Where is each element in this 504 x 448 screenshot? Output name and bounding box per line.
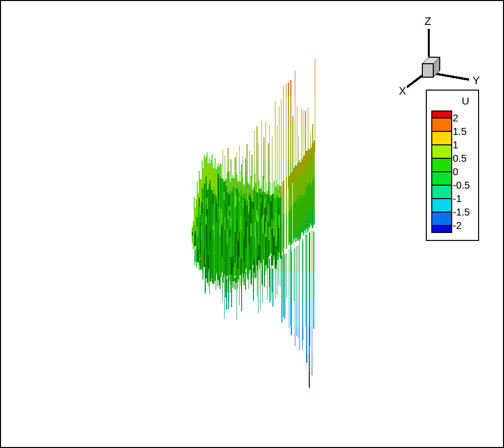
legend-color-swatch bbox=[432, 159, 451, 172]
legend-color-swatch bbox=[432, 226, 451, 232]
legend-tick-label: -2 bbox=[453, 220, 462, 231]
legend-tick-label: 2 bbox=[453, 112, 458, 123]
legend-color-swatch bbox=[432, 199, 451, 213]
orientation-cube-front bbox=[422, 64, 433, 77]
legend-color-swatch bbox=[432, 172, 451, 186]
axis-label-x: X bbox=[399, 85, 406, 98]
legend-tick-label: 0.5 bbox=[453, 153, 467, 164]
legend-tick-label: 1 bbox=[453, 139, 458, 150]
colorbar bbox=[431, 111, 452, 233]
x-axis-line bbox=[407, 75, 423, 87]
legend-tick-label: -0.5 bbox=[453, 180, 470, 191]
legend-color-swatch bbox=[432, 145, 451, 159]
axis-label-y: Y bbox=[473, 74, 480, 87]
legend-color-swatch bbox=[432, 132, 451, 145]
legend-color-swatch bbox=[432, 112, 451, 118]
legend-color-swatch bbox=[432, 186, 451, 199]
legend-color-swatch bbox=[432, 118, 451, 132]
contour-legend: U 21.510.50-0.5-1-1.5-2 bbox=[426, 90, 479, 241]
legend-color-swatch bbox=[432, 213, 451, 226]
legend-tick-label: -1 bbox=[453, 193, 462, 204]
legend-tick-label: -1.5 bbox=[453, 207, 470, 218]
y-axis-line bbox=[435, 74, 469, 80]
axis-label-z: Z bbox=[424, 15, 431, 28]
legend-title: U bbox=[462, 95, 469, 107]
legend-tick-label: 0 bbox=[453, 166, 458, 177]
legend-tick-label: 1.5 bbox=[453, 126, 467, 137]
plot-frame: Z X Y U 21.510.50-0.5-1-1.5-2 bbox=[0, 0, 504, 448]
